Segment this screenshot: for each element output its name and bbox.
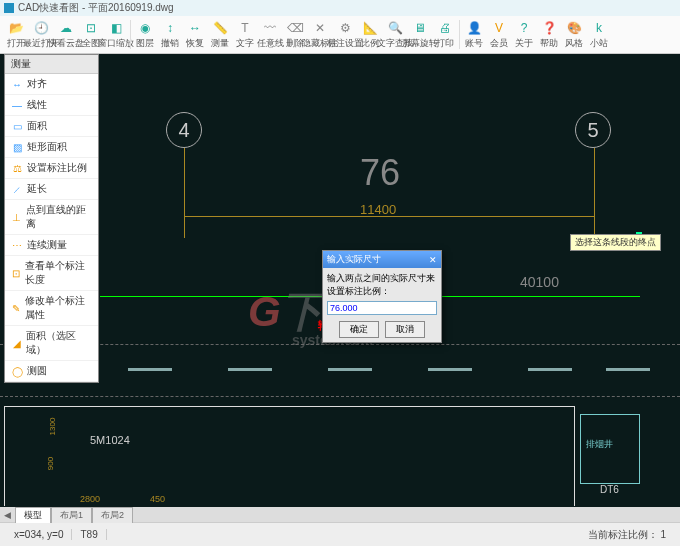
toolbar-icon: ↕: [162, 20, 178, 36]
toolbar-icon: ◉: [137, 20, 153, 36]
menu-item-对齐[interactable]: ↔对齐: [5, 74, 98, 95]
toolbar-icon: 📐: [362, 20, 378, 36]
toolbar-icon: ⊡: [83, 20, 99, 36]
close-icon[interactable]: ✕: [429, 255, 437, 265]
toolbar-帮助[interactable]: ❓帮助: [537, 18, 561, 51]
dim-2800: 2800: [80, 494, 100, 504]
toolbar-icon: T: [237, 20, 253, 36]
dimension-large: 76: [360, 152, 400, 194]
toolbar-icon: 🔍: [387, 20, 403, 36]
dialog-titlebar[interactable]: 输入实际尺寸 ✕: [323, 251, 441, 268]
toolbar-label: 账号: [465, 37, 483, 50]
menu-item-修改单个标注属性[interactable]: ✎修改单个标注属性: [5, 291, 98, 326]
menu-item-连续测量[interactable]: ⋯连续测量: [5, 235, 98, 256]
toolbar-任意线[interactable]: 〰任意线: [258, 18, 282, 51]
menu-label: 矩形面积: [27, 140, 67, 154]
toolbar-icon: k: [591, 20, 607, 36]
ok-button[interactable]: 确定: [339, 321, 379, 338]
menu-item-面积[interactable]: ▭面积: [5, 116, 98, 137]
toolbar-icon: ◧: [108, 20, 124, 36]
toolbar-icon: ✕: [312, 20, 328, 36]
snap-tooltip: 选择这条线段的终点: [570, 234, 661, 251]
input-dimension-dialog: 输入实际尺寸 ✕ 输入两点之间的实际尺寸来设置标注比例： 确定 取消: [322, 250, 442, 343]
toolbar-标注设置[interactable]: ⚙标注设置: [333, 18, 357, 51]
toolbar-撤销[interactable]: ↕撤销: [158, 18, 182, 51]
menu-icon: ✎: [11, 302, 21, 314]
toolbar-风格[interactable]: 🎨风格: [562, 18, 586, 51]
menu-item-设置标注比例[interactable]: ⚖设置标注比例: [5, 158, 98, 179]
tab-model[interactable]: 模型: [15, 507, 51, 523]
dialog-prompt: 输入两点之间的实际尺寸来设置标注比例：: [327, 272, 437, 298]
menu-icon: ▭: [11, 120, 23, 132]
toolbar-icon: 🖨: [437, 20, 453, 36]
dimension-input[interactable]: [327, 301, 437, 315]
toolbar-快看云盘[interactable]: ☁快看云盘: [54, 18, 78, 51]
toolbar-会员[interactable]: V会员: [487, 18, 511, 51]
status-bar: x=034, y=0 T89 当前标注比例： 1: [0, 522, 680, 546]
dimension-ext-left: [184, 148, 185, 238]
toolbar-label: 图层: [136, 37, 154, 50]
dash-line-1: [0, 344, 680, 345]
dimension-ext-right: [594, 148, 595, 238]
tab-layout2[interactable]: 布局2: [92, 507, 133, 523]
toolbar-icon: ❓: [541, 20, 557, 36]
dimension-value: 11400: [360, 202, 396, 217]
cancel-button[interactable]: 取消: [385, 321, 425, 338]
toolbar-icon: 👤: [466, 20, 482, 36]
toolbar-窗口缩放[interactable]: ◧窗口缩放: [104, 18, 128, 51]
toolbar-label: 任意线: [257, 37, 284, 50]
main-toolbar: 📂打开🕘最近打开☁快看云盘⊡全图◧窗口缩放◉图层↕撤销↔恢复📏测量T文字〰任意线…: [0, 16, 680, 54]
menu-icon: ⊡: [11, 267, 21, 279]
tab-layout1[interactable]: 布局1: [51, 507, 92, 523]
toolbar-打印[interactable]: 🖨打印: [433, 18, 457, 51]
toolbar-label: 小站: [590, 37, 608, 50]
menu-label: 测圆: [27, 364, 47, 378]
menu-icon: ⚖: [11, 162, 23, 174]
menu-icon: ▨: [11, 141, 23, 153]
toolbar-账号[interactable]: 👤账号: [462, 18, 486, 51]
toolbar-恢复[interactable]: ↔恢复: [183, 18, 207, 51]
side-dimension: 40100: [520, 274, 559, 290]
menu-label: 修改单个标注属性: [25, 294, 92, 322]
app-icon: [4, 3, 14, 13]
toolbar-label: 文字: [236, 37, 254, 50]
menu-icon: ⊥: [11, 211, 22, 223]
toolbar-关于[interactable]: ?关于: [512, 18, 536, 51]
menu-icon: ⋯: [11, 239, 23, 251]
menu-label: 连续测量: [27, 238, 67, 252]
toolbar-label: 帮助: [540, 37, 558, 50]
menu-icon: ⟋: [11, 183, 23, 195]
coords-readout: x=034, y=0: [6, 529, 72, 540]
dash-line-2: [0, 396, 680, 397]
menu-item-面积（选区域）[interactable]: ◢面积（选区域）: [5, 326, 98, 361]
menu-item-线性[interactable]: —线性: [5, 95, 98, 116]
title-bar: CAD快速看图 - 平面20160919.dwg: [0, 0, 680, 16]
menu-item-延长[interactable]: ⟋延长: [5, 179, 98, 200]
toolbar-icon: 🎨: [566, 20, 582, 36]
dim-1300: 1300: [48, 418, 57, 436]
menu-item-点到直线的距离[interactable]: ⊥点到直线的距离: [5, 200, 98, 235]
menu-item-测圆[interactable]: ◯测圆: [5, 361, 98, 382]
menu-item-查看单个标注长度[interactable]: ⊡查看单个标注长度: [5, 256, 98, 291]
toolbar-屏幕旋转[interactable]: 🖥屏幕旋转: [408, 18, 432, 51]
toolbar-文字[interactable]: T文字: [233, 18, 257, 51]
window-title: CAD快速看图 - 平面20160919.dwg: [18, 1, 174, 15]
menu-label: 线性: [27, 98, 47, 112]
menu-label: 查看单个标注长度: [25, 259, 92, 287]
room-label: 5M1024: [90, 434, 130, 446]
grid-bubble-5: 5: [575, 112, 611, 148]
menu-icon: ◯: [11, 365, 23, 377]
ratio-value: 1: [660, 529, 666, 540]
menu-item-矩形面积[interactable]: ▨矩形面积: [5, 137, 98, 158]
toolbar-label: 会员: [490, 37, 508, 50]
dialog-title-text: 输入实际尺寸: [327, 253, 381, 266]
toolbar-图层[interactable]: ◉图层: [133, 18, 157, 51]
toolbar-小站[interactable]: k小站: [587, 18, 611, 51]
toolbar-label: 关于: [515, 37, 533, 50]
toolbar-label: 测量: [211, 37, 229, 50]
menu-icon: ◢: [11, 337, 22, 349]
menu-label: 设置标注比例: [27, 161, 87, 175]
menu-label: 点到直线的距离: [26, 203, 92, 231]
workspace: 4 5 76 11400 40100 5M1024 900 1300 2800 …: [0, 54, 680, 522]
toolbar-测量[interactable]: 📏测量: [208, 18, 232, 51]
